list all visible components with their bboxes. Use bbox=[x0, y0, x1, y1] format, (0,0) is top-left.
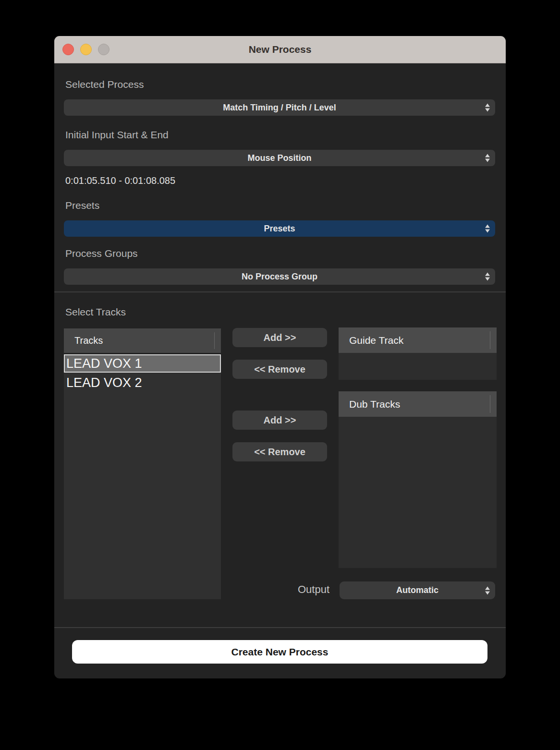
section-divider bbox=[54, 291, 506, 292]
tracks-panel: Tracks LEAD VOX 1 LEAD VOX 2 bbox=[64, 328, 221, 599]
output-label: Output bbox=[264, 583, 329, 596]
titlebar: New Process bbox=[54, 36, 506, 63]
new-process-window: New Process Selected Process Match Timin… bbox=[54, 36, 506, 678]
window-controls bbox=[62, 44, 110, 55]
selected-process-value: Match Timing / Pitch / Level bbox=[223, 103, 336, 113]
add-dub-button[interactable]: Add >> bbox=[232, 411, 327, 430]
updown-stepper-icon bbox=[485, 273, 490, 281]
guide-track-list[interactable] bbox=[339, 353, 497, 380]
presets-dropdown[interactable]: Presets bbox=[64, 220, 495, 237]
guide-track-header: Guide Track bbox=[339, 327, 497, 353]
presets-value: Presets bbox=[264, 224, 295, 234]
close-button[interactable] bbox=[62, 44, 74, 55]
updown-stepper-icon bbox=[485, 104, 490, 112]
selected-process-label: Selected Process bbox=[65, 79, 144, 90]
process-groups-dropdown[interactable]: No Process Group bbox=[64, 268, 495, 285]
process-groups-value: No Process Group bbox=[242, 272, 317, 282]
dub-tracks-list[interactable] bbox=[339, 417, 497, 568]
updown-stepper-icon bbox=[485, 586, 490, 594]
guide-track-panel: Guide Track bbox=[339, 327, 497, 380]
select-tracks-label: Select Tracks bbox=[65, 306, 126, 318]
output-value: Automatic bbox=[396, 585, 438, 595]
section-divider bbox=[54, 627, 506, 628]
window-title: New Process bbox=[249, 44, 312, 55]
remove-dub-button[interactable]: << Remove bbox=[232, 442, 327, 461]
zoom-button bbox=[98, 44, 110, 55]
track-list[interactable]: LEAD VOX 1 LEAD VOX 2 bbox=[64, 354, 221, 599]
updown-stepper-icon bbox=[485, 154, 490, 162]
dub-tracks-panel: Dub Tracks bbox=[339, 391, 497, 568]
minimize-button[interactable] bbox=[80, 44, 92, 55]
create-new-process-button[interactable]: Create New Process bbox=[72, 640, 487, 664]
remove-guide-button[interactable]: << Remove bbox=[232, 360, 327, 379]
output-dropdown[interactable]: Automatic bbox=[340, 581, 495, 599]
initial-input-value: Mouse Position bbox=[247, 153, 311, 163]
initial-input-dropdown[interactable]: Mouse Position bbox=[64, 150, 495, 166]
presets-label: Presets bbox=[65, 200, 99, 211]
add-guide-button[interactable]: Add >> bbox=[232, 328, 327, 347]
time-range-text: 0:01:05.510 - 0:01:08.085 bbox=[65, 175, 175, 186]
process-groups-label: Process Groups bbox=[65, 248, 138, 259]
updown-stepper-icon bbox=[485, 225, 490, 233]
selected-process-dropdown[interactable]: Match Timing / Pitch / Level bbox=[64, 99, 495, 116]
track-list-item[interactable]: LEAD VOX 2 bbox=[64, 374, 221, 392]
dub-tracks-header: Dub Tracks bbox=[339, 391, 497, 417]
tracks-header: Tracks bbox=[64, 328, 221, 353]
initial-input-label: Initial Input Start & End bbox=[65, 129, 169, 141]
track-list-item[interactable]: LEAD VOX 1 bbox=[64, 354, 221, 373]
